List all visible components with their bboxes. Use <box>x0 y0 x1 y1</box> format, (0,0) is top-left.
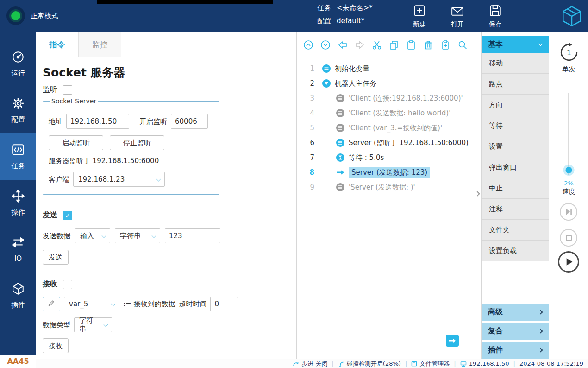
speed-value: 2% <box>549 180 588 187</box>
task-name: <未命名>* <box>337 4 373 13</box>
client-label: 客户端 <box>49 175 69 184</box>
tab-monitor[interactable]: 监控 <box>79 32 121 57</box>
server-step-icon <box>336 138 345 147</box>
panel-collapse-handle[interactable] <box>474 183 481 205</box>
sidebar-item-plugin[interactable]: 插件 <box>0 273 36 319</box>
stop-button[interactable] <box>560 229 577 247</box>
timeout-input[interactable] <box>210 297 238 311</box>
program-row-client-connect[interactable]: 3 'Client (连接:192.168.1.23:6000)' <box>297 91 481 106</box>
send-value-input[interactable] <box>165 228 220 243</box>
step-mode-status[interactable]: 步进 关闭 <box>293 360 327 368</box>
stop-listen-button[interactable]: 停止监听 <box>110 135 164 150</box>
save-task-button[interactable]: 保存 <box>482 4 508 29</box>
send-data-label: 发送数据 <box>43 232 70 241</box>
copy-icon[interactable] <box>389 40 399 50</box>
program-row-client-send[interactable]: 4 'Client (发送数据: hello world)' <box>297 106 481 121</box>
receive-checkbox[interactable] <box>63 280 72 289</box>
sidebar-item-operate[interactable]: 操作 <box>0 180 36 226</box>
stop-square-icon <box>566 235 572 241</box>
send-type-select[interactable]: 字符串 <box>115 228 160 243</box>
datatype-select[interactable]: 字符串 <box>74 317 112 332</box>
play-button[interactable] <box>558 251 579 273</box>
program-row-server-listen[interactable]: 6 Server (监听于 192.168.1.50:6000) <box>297 135 481 150</box>
paste-icon[interactable] <box>406 40 416 50</box>
new-task-button[interactable]: 新建 <box>407 4 432 29</box>
palette-header-basic[interactable]: 基本 <box>482 36 549 53</box>
expand-all-icon[interactable] <box>320 40 331 50</box>
program-row-main-task[interactable]: 2 机器人主任务 <box>297 76 481 91</box>
edit-variable-button[interactable] <box>43 297 60 311</box>
palette-item-waypoint[interactable]: 路点 <box>482 74 549 95</box>
sidebar-item-run[interactable]: 运行 <box>0 41 36 87</box>
sidebar-item-io[interactable]: IO <box>0 226 36 273</box>
step-forward-button[interactable] <box>560 203 577 221</box>
send-checkbox[interactable] <box>63 211 72 220</box>
mode-indicator[interactable]: 正常模式 <box>6 6 58 25</box>
arrow-right-icon <box>449 337 456 344</box>
controller-ip[interactable]: 192.168.1.50 <box>460 360 509 367</box>
server-status-text: 服务器监听于 192.168.1.50:6000 <box>49 157 213 165</box>
receive-variable-select[interactable]: var_5 <box>64 297 119 311</box>
palette-item-direction[interactable]: 方向 <box>482 95 549 115</box>
start-listen-button[interactable]: 启动监听 <box>49 135 103 150</box>
speed-slider-track[interactable] <box>568 93 569 175</box>
cut-icon[interactable] <box>372 40 382 50</box>
speed-slider-thumb[interactable] <box>565 167 572 173</box>
listen-checkbox[interactable] <box>63 85 72 95</box>
skip-icon <box>563 206 574 217</box>
single-cycle-icon: 1 <box>559 43 579 62</box>
sidebar-item-task[interactable]: 任务 <box>0 133 36 180</box>
single-run-label: 单次 <box>563 65 575 74</box>
program-row-init[interactable]: 1 初始化变量 <box>297 61 481 76</box>
open-envelope-icon <box>451 4 464 19</box>
robot-id-badge[interactable]: AA45 <box>0 355 36 368</box>
command-palette: 基本 移动 路点 方向 等待 设置 弹出窗口 中止 注释 文件夹 设置负载 高级… <box>482 32 549 359</box>
palette-item-comment[interactable]: 注释 <box>482 199 549 220</box>
receive-section-label: 接收 <box>43 279 57 289</box>
address-input[interactable] <box>66 114 129 129</box>
left-sidebar: 运行 配置 任务 操作 IO <box>0 32 36 368</box>
send-button[interactable]: 发送 <box>43 250 69 265</box>
receive-button[interactable]: 接收 <box>43 338 69 353</box>
palette-item-move[interactable]: 移动 <box>482 53 549 74</box>
palette-item-set[interactable]: 设置 <box>482 136 549 157</box>
palette-item-popup[interactable]: 弹出窗口 <box>482 157 549 178</box>
delete-icon[interactable] <box>423 40 433 50</box>
sidebar-item-config[interactable]: 配置 <box>0 87 36 133</box>
palette-item-wait[interactable]: 等待 <box>482 115 549 136</box>
speed-label: 速度 <box>549 188 588 196</box>
palette-group-advanced[interactable]: 高级 <box>482 304 549 321</box>
send-source-select[interactable]: 输入 <box>75 228 110 243</box>
program-row-client-receive[interactable]: 5 'Client (var_3:=接收到的值)' <box>297 121 481 135</box>
main-area: 指令 监控 Socket 服务器 监听 Socket Server 地址 开启监… <box>36 32 588 359</box>
program-row-server-send-empty[interactable]: 9 'Server (发送数据: )' <box>297 180 481 195</box>
tab-instruction[interactable]: 指令 <box>36 32 79 57</box>
program-row-server-send-selected[interactable]: 8 Server (发送数据: 123) <box>297 165 481 180</box>
palette-item-folder[interactable]: 文件夹 <box>482 220 549 241</box>
client-select[interactable]: 192.168.1.23 <box>73 172 165 187</box>
chevron-down-icon <box>156 177 161 182</box>
palette-group-plugin[interactable]: 插件 <box>482 342 549 359</box>
file-manager-link[interactable]: 文件管理器 <box>411 360 450 368</box>
system-datetime: 2024-08-08 17:52:19 <box>519 360 583 367</box>
editor-tabs: 指令 监控 <box>36 32 296 57</box>
port-input[interactable] <box>171 114 208 129</box>
collision-detect-status[interactable]: 碰撞检测开启(28%) <box>338 360 401 368</box>
palette-item-payload[interactable]: 设置负载 <box>482 241 549 261</box>
paste-into-icon[interactable] <box>440 40 450 50</box>
chevron-right-icon <box>538 310 543 315</box>
search-icon[interactable] <box>457 40 468 50</box>
mode-label: 正常模式 <box>31 12 58 20</box>
undo-icon[interactable] <box>338 40 348 50</box>
collapse-all-icon[interactable] <box>303 40 313 50</box>
single-run-control[interactable]: 1 单次 <box>549 43 588 74</box>
pencil-icon <box>47 299 56 309</box>
redo-icon[interactable] <box>355 40 365 50</box>
program-row-wait[interactable]: 7 等待 : 5.0s <box>297 150 481 165</box>
run-gauge-icon <box>12 51 25 65</box>
open-task-button[interactable]: 打开 <box>444 4 470 29</box>
palette-item-abort[interactable]: 中止 <box>482 178 549 199</box>
save-icon <box>489 4 502 19</box>
jump-to-current-step-button[interactable] <box>446 335 459 347</box>
palette-group-composite[interactable]: 复合 <box>482 323 549 340</box>
